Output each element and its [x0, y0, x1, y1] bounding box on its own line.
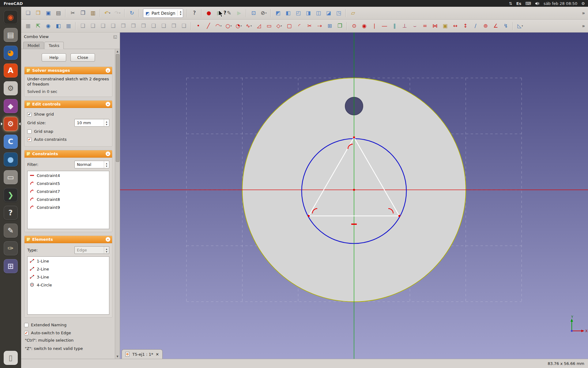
volume-icon[interactable] [535, 2, 540, 6]
launcher-item-trash[interactable]: ▯ [1, 349, 21, 367]
copy-button[interactable]: ❐ [78, 8, 88, 18]
element-item-1-line[interactable]: 1-Line [28, 257, 108, 265]
constraint-angle-button[interactable]: ∠ [491, 21, 500, 31]
cut-button[interactable]: ✂ [68, 8, 77, 18]
extended-naming-row[interactable]: Extended Naming [24, 321, 112, 329]
create-polyline-button[interactable]: ◿ [254, 21, 264, 31]
create-line-button[interactable]: ╱ [204, 21, 213, 31]
toggle-construction-dropdown-arrow[interactable]: ▾ [522, 25, 523, 27]
create-circle-dropdown-arrow[interactable]: ▾ [230, 25, 232, 27]
create-circle-button[interactable]: ○▾ [224, 21, 233, 31]
create-polygon-button[interactable]: ◇▾ [274, 21, 284, 31]
constraint-snell-button[interactable]: ↯ [501, 21, 511, 31]
macro-record-button[interactable]: ● [204, 8, 213, 18]
create-point-button[interactable]: • [194, 21, 203, 31]
feature-subtractive-pipe-button[interactable]: ❑ [159, 21, 168, 31]
auto-switch-checkbox[interactable]: ✔ [24, 331, 28, 335]
spinner-arrows-icon[interactable]: ▲▼ [104, 161, 109, 168]
toggle-construction-button[interactable]: ◺▾ [515, 21, 525, 31]
view-axonometric-button[interactable]: ◩ [273, 8, 283, 18]
panel-scrollbar[interactable]: ▲ ▼ [115, 49, 120, 359]
view-top-button[interactable]: ◰ [293, 8, 303, 18]
scrollbar-up-arrow[interactable]: ▲ [116, 49, 118, 54]
feature-hole-button[interactable]: ❒ [129, 21, 138, 31]
keyboard-layout-indicator[interactable]: Es [516, 2, 522, 6]
constraint-tangent-button[interactable]: ⌣ [410, 21, 420, 31]
scrollbar-down-arrow[interactable]: ▼ [116, 354, 118, 359]
elements-collapse-icon[interactable]: ▴ [106, 237, 110, 242]
feature-pad-button[interactable]: ❑ [78, 21, 88, 31]
constraint-coincident-button[interactable]: ⊙ [349, 21, 359, 31]
view-bottom-button[interactable]: ◪ [324, 8, 333, 18]
map-sketch-button[interactable]: ▦ [64, 21, 73, 31]
show-grid-checkbox[interactable]: ✔ [27, 112, 32, 117]
auto-constraints-checkbox[interactable]: ✔ [27, 137, 32, 142]
new-document-button[interactable]: ❏ [23, 8, 33, 18]
view-front-button[interactable]: ◧ [283, 8, 293, 18]
save-document-button[interactable]: ▣ [43, 8, 53, 18]
sketch-scene[interactable]: Y X [120, 33, 588, 359]
workbench-spin-arrows[interactable]: ▲▼ [177, 10, 181, 16]
create-bspline-dropdown-arrow[interactable]: ▾ [251, 25, 252, 27]
launcher-item-blue-sphere-app[interactable]: ● [1, 151, 21, 168]
document-tab[interactable]: T5-ej1 : 1* ✕ [122, 349, 163, 359]
panel-options-icon[interactable]: ◱ [113, 34, 117, 39]
launcher-item-text-editor[interactable]: ✎ [1, 222, 21, 240]
feature-groove-button[interactable]: ❒ [139, 21, 148, 31]
spinner-arrows-icon[interactable]: ▲▼ [104, 247, 109, 254]
draw-style-button[interactable]: ⊘▾ [259, 8, 268, 18]
feature-additive-loft-button[interactable]: ❑ [98, 21, 108, 31]
constraint-point-on-object-button[interactable]: ◉ [360, 21, 369, 31]
constraint-item-constraint4[interactable]: Constraint4 [28, 172, 108, 180]
view-sketch-button[interactable]: ◉ [43, 21, 53, 31]
launcher-item-freecad[interactable]: ⚙ [1, 115, 21, 133]
solver-message[interactable]: Under-constrained sketch with 2 degrees … [27, 77, 109, 87]
redo-button[interactable]: ↷▾ [113, 8, 122, 18]
zoom-fit-button[interactable]: ⊡ [249, 8, 258, 18]
launcher-item-media-player[interactable]: ▭ [1, 168, 21, 186]
feature-subtractive-loft-button[interactable]: ❑ [149, 21, 158, 31]
launcher-item-workspace-switcher[interactable]: ⊞ [1, 257, 21, 275]
constraints-header[interactable]: Constraints ▴ [24, 150, 112, 158]
constraint-item-constraint7[interactable]: Constraint7 [28, 188, 108, 196]
create-rectangle-button[interactable]: ▭ [264, 21, 274, 31]
constraint-item-constraint5[interactable]: Constraint5 [28, 180, 108, 188]
view-rear-button[interactable]: ◫ [314, 8, 323, 18]
redo-dropdown-arrow[interactable]: ▾ [119, 12, 120, 14]
launcher-item-chromium[interactable]: C [1, 133, 21, 151]
session-gear-icon[interactable]: ⚙ [581, 2, 585, 6]
tab-model[interactable]: Model [23, 42, 44, 49]
open-document-button[interactable]: ❒ [33, 8, 43, 18]
create-slot-button[interactable]: ▢ [285, 21, 294, 31]
keyboard-icon[interactable]: ⌨ [525, 2, 531, 6]
tab-tasks[interactable]: Tasks [44, 42, 64, 49]
constraint-parallel-button[interactable]: ∥ [390, 21, 399, 31]
grid-snap-checkbox[interactable] [27, 129, 32, 134]
help-button[interactable]: Help [42, 53, 66, 62]
sketch-point[interactable] [398, 215, 400, 217]
element-item-2-line[interactable]: 2-Line [28, 265, 108, 273]
leave-sketch-button[interactable]: ⇱ [33, 21, 43, 31]
constraints-list[interactable]: Constraint4Constraint5Constraint7Constra… [27, 171, 109, 229]
trim-edge-button[interactable]: ✂ [305, 21, 314, 31]
edit-controls-collapse-icon[interactable]: ▴ [106, 102, 110, 106]
extend-edge-button[interactable]: ⇢ [315, 21, 324, 31]
launcher-item-firefox[interactable]: ◕ [1, 44, 21, 62]
view-right-button[interactable]: ◨ [303, 8, 313, 18]
network-updown-icon[interactable]: ⇅ [509, 2, 512, 6]
launcher-item-dash-home[interactable]: ◉ [1, 8, 21, 26]
external-geometry-button[interactable]: ⊞ [325, 21, 334, 31]
constraint-horizontal-button[interactable]: ― [380, 21, 389, 31]
toolbar1-overflow[interactable]: » [581, 10, 586, 16]
toolbar2-overflow[interactable]: » [581, 23, 586, 29]
feature-fillet-button[interactable]: ❒ [169, 21, 179, 31]
constraints-collapse-icon[interactable]: ▴ [106, 151, 110, 156]
constraint-h-distance-button[interactable]: ↔ [450, 21, 460, 31]
elements-header[interactable]: Elements ▴ [24, 236, 112, 243]
draw-style-dropdown-arrow[interactable]: ▾ [265, 12, 266, 14]
feature-additive-pipe-button[interactable]: ❑ [108, 21, 118, 31]
solver-messages-header[interactable]: Solver messages ▴ [24, 67, 112, 74]
constraint-radius-button[interactable]: ⊚ [481, 21, 490, 31]
spinner-arrows-icon[interactable]: ▲▼ [104, 119, 109, 126]
undo-button[interactable]: ↶▾ [103, 8, 112, 18]
